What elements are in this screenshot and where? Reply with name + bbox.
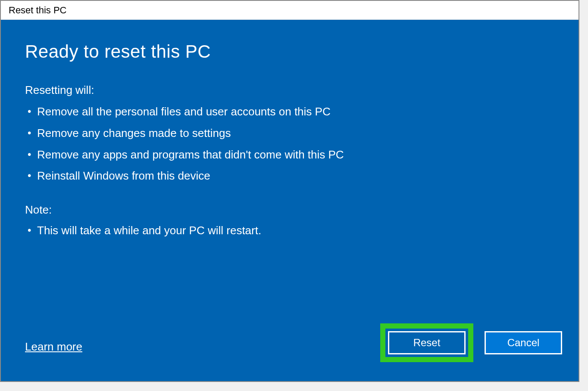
- page-heading: Ready to reset this PC: [25, 41, 554, 62]
- note-list: This will take a while and your PC will …: [25, 220, 554, 242]
- reset-actions-list: Remove all the personal files and user a…: [25, 101, 554, 187]
- dialog-button-row: Reset Cancel: [380, 323, 562, 362]
- list-item: Remove any apps and programs that didn't…: [25, 144, 554, 166]
- reset-pc-dialog: Reset this PC Ready to reset this PC Res…: [0, 0, 579, 382]
- learn-more-link[interactable]: Learn more: [25, 340, 82, 354]
- dialog-content: Ready to reset this PC Resetting will: R…: [1, 20, 579, 381]
- reset-button[interactable]: Reset: [388, 331, 466, 354]
- note-label: Note:: [25, 203, 554, 217]
- list-item: Remove any changes made to settings: [25, 123, 554, 144]
- dialog-title: Reset this PC: [9, 5, 67, 16]
- resetting-will-label: Resetting will:: [25, 84, 554, 97]
- list-item: This will take a while and your PC will …: [25, 220, 554, 242]
- dialog-titlebar[interactable]: Reset this PC: [1, 1, 579, 20]
- list-item: Reinstall Windows from this device: [25, 165, 554, 187]
- reset-button-highlight: Reset: [380, 323, 473, 362]
- list-item: Remove all the personal files and user a…: [25, 101, 554, 123]
- cancel-button[interactable]: Cancel: [485, 331, 562, 354]
